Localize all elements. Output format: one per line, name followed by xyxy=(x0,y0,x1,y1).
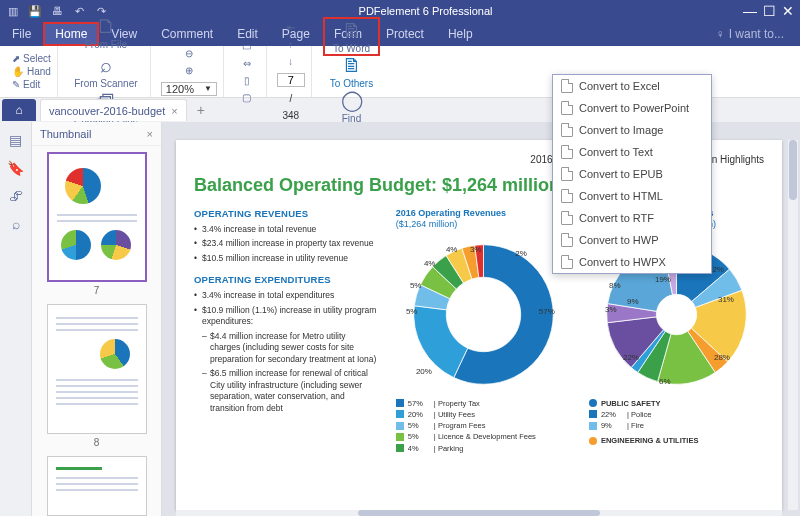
home-icon: ⌂ xyxy=(15,103,22,117)
page-sep: / xyxy=(289,93,292,104)
convert-menu-item[interactable]: Convert to HWP xyxy=(553,229,711,251)
print-icon[interactable]: 🖶 xyxy=(50,4,64,18)
single-page-button[interactable]: ▯ xyxy=(234,75,260,86)
ribbon-nav: ⇤ ↑ ↓ / 348 xyxy=(271,46,312,97)
legend-item: 5%| Licence & Development Fees xyxy=(396,431,571,442)
zoom-in-button[interactable]: ⊕ xyxy=(176,65,202,76)
prev-page-button[interactable]: ↑ xyxy=(278,39,304,50)
attachments-rail-icon[interactable]: 🖇 xyxy=(9,188,23,204)
welcome-tab[interactable]: ⌂ xyxy=(2,99,36,121)
thumbnail-item[interactable]: 8 xyxy=(38,304,155,448)
convert-menu-item[interactable]: Convert to Excel xyxy=(553,75,711,97)
select-tool[interactable]: ⬈Select xyxy=(12,52,51,65)
legend-item: 4%| Parking xyxy=(396,443,571,454)
convert-menu-item[interactable]: Convert to HWPX xyxy=(553,251,711,273)
file-icon xyxy=(561,211,573,225)
scanner-icon: ⌕ xyxy=(100,54,112,76)
page-total: 348 xyxy=(282,110,299,121)
i-want-to[interactable]: ♀ I want to... xyxy=(716,22,800,46)
search-rail-icon[interactable]: ⌕ xyxy=(12,216,20,232)
legend-item: 20%| Utility Fees xyxy=(396,409,571,420)
ribbon-zoom: ⊖ ⊕ 120%▼ xyxy=(155,46,224,97)
from-file-button[interactable]: 🗋From File xyxy=(79,15,133,50)
ribbon-modes: ⬈Select ✋Hand ✎Edit xyxy=(6,46,58,97)
cursor-icon: ⬈ xyxy=(12,53,20,64)
add-tab-button[interactable]: + xyxy=(191,102,211,118)
minimize-button[interactable]: — xyxy=(743,3,757,19)
document-tab[interactable]: vancouver-2016-budget × xyxy=(40,99,187,121)
zoom-select[interactable]: 120%▼ xyxy=(161,82,217,96)
file-icon xyxy=(561,79,573,93)
donut-chart-revenues: 57% 20% 5% 5% 4% 4% 3% 2% xyxy=(406,237,561,392)
convert-dropdown: Convert to ExcelConvert to PowerPointCon… xyxy=(552,74,712,274)
file-icon xyxy=(561,101,573,115)
presentation-button[interactable]: ▢ xyxy=(234,92,260,103)
first-page-button[interactable]: ⇤ xyxy=(278,22,304,33)
convert-menu-item[interactable]: Convert to Text xyxy=(553,141,711,163)
thumbnail-item[interactable]: 7 xyxy=(38,152,155,296)
zoom-out-button[interactable]: ⊖ xyxy=(176,48,202,59)
pencil-icon: ✎ xyxy=(12,79,20,90)
file-icon xyxy=(561,167,573,181)
file-icon xyxy=(561,255,573,269)
legend-item: 9%| Fire xyxy=(589,420,764,431)
edit-tool[interactable]: ✎Edit xyxy=(12,78,51,91)
from-scanner-button[interactable]: ⌕From Scanner xyxy=(68,54,143,89)
doc-arrow-icon: 🗎 xyxy=(342,54,362,76)
hand-tool[interactable]: ✋Hand xyxy=(12,65,51,78)
doc-column-text: OPERATING REVENUES 3.4% increase in tota… xyxy=(194,208,378,454)
thumbnail-number: 7 xyxy=(38,285,155,296)
tab-close-button[interactable]: × xyxy=(171,105,177,117)
legend-expenditures: PUBLIC SAFETY 22%| Police9%| Fire ENGINE… xyxy=(589,398,764,447)
search-icon: ◯ xyxy=(341,89,363,111)
menu-comment[interactable]: Comment xyxy=(149,22,225,46)
convert-menu-item[interactable]: Convert to Image xyxy=(553,119,711,141)
convert-menu-item[interactable]: Convert to HTML xyxy=(553,185,711,207)
file-plus-icon: 🗋 xyxy=(96,15,116,37)
section-heading: OPERATING EXPENDITURES xyxy=(194,274,378,285)
next-page-button[interactable]: ↓ xyxy=(278,56,304,67)
legend-item: 22%| Police xyxy=(589,409,764,420)
doc-tab-label: vancouver-2016-budget xyxy=(49,105,165,117)
save-icon[interactable]: 💾 xyxy=(28,4,42,18)
file-icon xyxy=(561,233,573,247)
file-icon xyxy=(561,145,573,159)
find-button[interactable]: ◯ Find xyxy=(333,89,371,124)
thumbnail-number: 8 xyxy=(38,437,155,448)
to-others-button[interactable]: 🗎 To Others xyxy=(322,54,381,89)
convert-menu-item[interactable]: Convert to EPUB xyxy=(553,163,711,185)
to-word-button[interactable]: 🗎 To Word xyxy=(325,19,378,54)
menu-file[interactable]: File xyxy=(0,22,43,46)
page-current-input[interactable] xyxy=(277,73,305,87)
fit-width-button[interactable]: ⇔ xyxy=(234,58,260,69)
app-icon: ▥ xyxy=(6,4,20,18)
close-button[interactable]: ✕ xyxy=(782,3,794,19)
maximize-button[interactable]: ☐ xyxy=(763,3,776,19)
thumbnail-title: Thumbnail xyxy=(40,128,91,140)
doc-column-chart1: 2016 Operating Revenues($1,264 million) … xyxy=(396,208,571,454)
section-heading: OPERATING REVENUES xyxy=(194,208,378,219)
convert-menu-item[interactable]: Convert to RTF xyxy=(553,207,711,229)
ribbon-create: 🗋From File ⌕From Scanner 🗐Combine Files xyxy=(62,46,151,97)
thumbnail-panel: Thumbnail × 7 8 xyxy=(32,122,162,516)
ribbon-layout: ▭ ⇔ ▯ ▢ xyxy=(228,46,267,97)
bookmarks-rail-icon[interactable]: 🔖 xyxy=(7,160,24,176)
chevron-down-icon: ▼ xyxy=(204,84,212,93)
file-icon xyxy=(561,189,573,203)
thumbnails-rail-icon[interactable]: ▤ xyxy=(9,132,22,148)
convert-menu-item[interactable]: Convert to PowerPoint xyxy=(553,97,711,119)
vertical-scrollbar[interactable] xyxy=(788,140,798,510)
app-title: PDFelement 6 Professional xyxy=(108,5,743,17)
hand-icon: ✋ xyxy=(12,66,24,77)
horizontal-scrollbar[interactable] xyxy=(176,510,782,516)
legend-revenues: 57%| Property Tax20%| Utility Fees5%| Pr… xyxy=(396,398,571,454)
thumbnail-item[interactable] xyxy=(38,456,155,516)
legend-item: 5%| Program Fees xyxy=(396,420,571,431)
legend-item: 57%| Property Tax xyxy=(396,398,571,409)
menu-protect[interactable]: Protect xyxy=(374,22,436,46)
file-icon xyxy=(561,123,573,137)
thumbnail-close-button[interactable]: × xyxy=(147,128,153,140)
fit-page-button[interactable]: ▭ xyxy=(234,41,260,52)
word-doc-icon: 🗎 xyxy=(342,19,362,41)
menu-help[interactable]: Help xyxy=(436,22,485,46)
